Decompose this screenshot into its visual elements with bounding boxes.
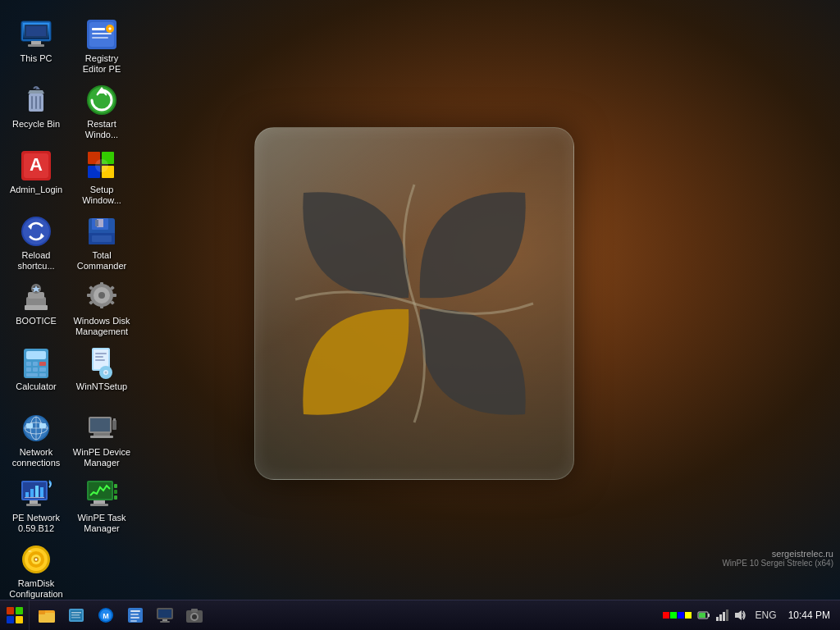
- svg-rect-132: [162, 619, 167, 621]
- svg-rect-49: [87, 294, 91, 297]
- svg-rect-133: [160, 621, 170, 623]
- svg-text:M: M: [103, 612, 109, 620]
- svg-rect-11: [92, 37, 108, 39]
- taskbar-right: ENG 10:44 PM: [656, 600, 840, 631]
- svg-rect-79: [26, 423, 33, 428]
- winpe-task-manager-icon[interactable]: WinPE TaskManager: [69, 472, 135, 538]
- calculator-icon[interactable]: Calculator: [3, 341, 69, 407]
- taskbar-pinned-apps: M: [30, 600, 212, 631]
- recycle-bin-icon[interactable]: Recycle Bin: [3, 79, 69, 144]
- setup-windows-icon[interactable]: SetupWindow...: [69, 144, 135, 210]
- admin-login-image: A: [20, 149, 52, 182]
- windows-logo-outer: [254, 127, 574, 480]
- reload-shortcuts-image: [20, 215, 52, 248]
- svg-rect-110: [7, 607, 14, 614]
- svg-rect-144: [726, 609, 728, 621]
- svg-rect-14: [31, 96, 33, 109]
- svg-point-72: [105, 372, 107, 374]
- svg-rect-86: [112, 420, 116, 430]
- svg-point-28: [95, 159, 108, 172]
- admin-login-icon[interactable]: A Admin_Login: [3, 144, 69, 210]
- svg-rect-96: [26, 504, 41, 506]
- taskbar-pin-screen[interactable]: [151, 601, 179, 629]
- svg-rect-9: [92, 28, 105, 30]
- svg-rect-99: [94, 500, 105, 504]
- svg-rect-83: [90, 418, 110, 431]
- pe-network-image: [20, 477, 52, 510]
- svg-rect-10: [92, 33, 112, 34]
- taskbar-pin-files[interactable]: [62, 601, 90, 629]
- bootice-icon[interactable]: BOOTICE: [3, 276, 69, 341]
- windows-flag-svg: [287, 176, 541, 431]
- svg-rect-116: [39, 610, 45, 614]
- svg-text:A: A: [30, 154, 43, 175]
- restart-windows-icon[interactable]: RestartWindo...: [69, 79, 135, 144]
- system-clock[interactable]: 10:44 PM: [785, 609, 833, 621]
- svg-rect-112: [7, 616, 14, 623]
- svg-rect-120: [71, 614, 80, 616]
- ramdisk-config-icon[interactable]: RamDiskConfiguration: [3, 538, 69, 604]
- svg-rect-6: [26, 26, 46, 36]
- svg-rect-85: [90, 436, 113, 438]
- svg-rect-113: [16, 616, 23, 623]
- total-commander-image: [85, 215, 118, 248]
- start-button[interactable]: [0, 600, 30, 631]
- desktop: This PC RegistryEditor PE: [0, 0, 840, 600]
- disk-management-label: Windows DiskManagement: [73, 316, 130, 337]
- svg-point-136: [192, 614, 197, 619]
- this-pc-icon[interactable]: This PC: [3, 13, 69, 79]
- taskbar-pin-list[interactable]: [121, 601, 149, 629]
- svg-rect-67: [95, 353, 107, 354]
- svg-marker-145: [735, 610, 742, 620]
- total-commander-icon[interactable]: TotalCommander: [69, 210, 135, 276]
- network-connections-label: Networkconnections: [12, 447, 61, 468]
- calculator-image: [20, 346, 52, 379]
- calculator-label: Calculator: [16, 381, 57, 392]
- svg-rect-142: [719, 614, 722, 621]
- restart-windows-label: RestartWindo...: [85, 119, 118, 140]
- bootice-label: BOOTICE: [16, 316, 57, 326]
- svg-point-46: [98, 292, 105, 299]
- network-connections-image: [20, 412, 52, 445]
- windows-logo: [254, 127, 574, 480]
- network-connections-icon[interactable]: Networkconnections: [3, 407, 69, 472]
- tray-network-icon[interactable]: [714, 608, 729, 623]
- this-pc-image: [20, 18, 52, 51]
- svg-rect-47: [100, 282, 103, 286]
- svg-rect-16: [39, 96, 41, 109]
- pe-network-label: PE Network0.59.B12: [12, 513, 60, 534]
- svg-rect-131: [158, 609, 171, 618]
- svg-rect-57: [26, 362, 31, 366]
- recycle-bin-image: [20, 84, 52, 116]
- taskbar-pin-camera[interactable]: [180, 601, 208, 629]
- taskbar-website: sergeistrelec.ru WinPE 10 Sergei Strelec…: [715, 547, 840, 569]
- tray-volume-icon[interactable]: [733, 608, 747, 623]
- reload-shortcuts-label: Reloadshortcu...: [17, 250, 54, 272]
- website-url: sergeistrelec.ru: [722, 549, 833, 559]
- pe-network-icon[interactable]: PE Network0.59.B12: [3, 472, 69, 538]
- svg-rect-58: [33, 362, 38, 366]
- svg-rect-127: [130, 614, 139, 615]
- svg-rect-84: [94, 433, 110, 436]
- disk-management-icon[interactable]: Windows DiskManagement: [69, 276, 135, 341]
- svg-rect-139: [708, 614, 710, 617]
- language-indicator[interactable]: ENG: [752, 609, 780, 621]
- svg-rect-15: [35, 96, 37, 109]
- svg-rect-48: [100, 304, 103, 308]
- reload-shortcuts-icon[interactable]: Reloadshortcu...: [3, 210, 69, 276]
- registry-editor-icon[interactable]: RegistryEditor PE: [69, 13, 135, 79]
- svg-rect-90: [25, 492, 29, 497]
- winntsetup-label: WinNTSetup: [76, 381, 127, 392]
- taskbar-pin-explorer[interactable]: [33, 601, 61, 629]
- website-version: WinPE 10 Sergei Strelec (x64): [722, 559, 833, 568]
- tray-battery-icon[interactable]: [696, 608, 711, 623]
- svg-rect-37: [92, 235, 112, 242]
- svg-rect-91: [30, 489, 34, 497]
- recycle-bin-label: Recycle Bin: [12, 119, 60, 130]
- taskbar-pin-blue[interactable]: M: [92, 601, 120, 629]
- svg-rect-80: [39, 423, 46, 428]
- color-indicator: [663, 612, 692, 619]
- winntsetup-icon[interactable]: WinNTSetup: [69, 341, 135, 407]
- winpe-device-manager-icon[interactable]: WinPE DeviceManager: [69, 407, 135, 472]
- svg-rect-38: [95, 220, 98, 226]
